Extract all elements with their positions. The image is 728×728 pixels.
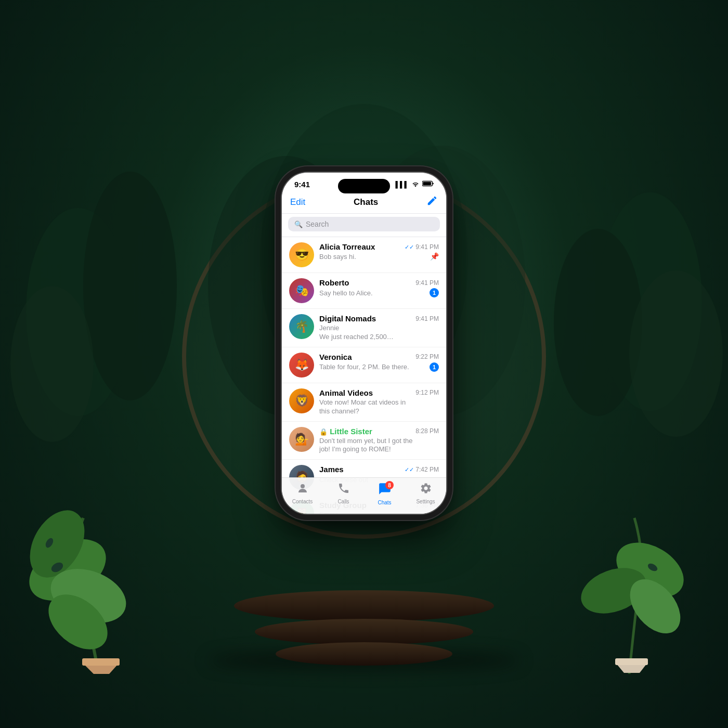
chat-top-digital: Digital Nomads 9:41 PM (319, 314, 439, 323)
chat-top-roberto: Roberto 9:41 PM (319, 278, 439, 287)
podium-tier-3 (276, 642, 452, 666)
svg-point-17 (629, 270, 723, 437)
search-bar: 🔍 Search (282, 214, 446, 237)
tab-settings[interactable]: Settings (405, 482, 446, 505)
compose-button[interactable] (426, 195, 438, 209)
chat-content-digital: Digital Nomads 9:41 PM JennieWe just rea… (319, 314, 439, 342)
chat-time-james: ✓✓ 7:42 PM (405, 466, 439, 473)
avatar-alicia: 😎 (289, 242, 314, 267)
chat-top-animal: Animal Videos 9:12 PM (319, 388, 439, 397)
podium-tier-2 (255, 619, 473, 645)
chat-top-alicia: Alicia Torreaux ✓✓ 9:41 PM (319, 242, 439, 251)
chat-preview-digital: JennieWe just reached 2,500 members! WOO… (319, 324, 418, 342)
tab-chats[interactable]: 8 Chats (364, 482, 405, 505)
badge-veronica: 1 (430, 362, 439, 372)
chat-item-roberto[interactable]: 🎭 Roberto 9:41 PM Say hello to Alice. 1 (282, 273, 446, 309)
avatar-veronica: 🦊 (289, 353, 314, 378)
tab-label-chats: Chats (378, 500, 391, 505)
svg-point-13 (83, 172, 177, 400)
wifi-icon (411, 180, 420, 188)
chat-name-james: James (319, 465, 344, 474)
chat-list: 😎 Alicia Torreaux ✓✓ 9:41 PM Bob says hi… (282, 237, 446, 515)
signal-icon: ▌▌▌ (395, 181, 409, 188)
chat-item-alicia[interactable]: 😎 Alicia Torreaux ✓✓ 9:41 PM Bob says hi… (282, 237, 446, 273)
svg-point-12 (26, 208, 130, 416)
contacts-icon (296, 482, 309, 498)
status-icons: ▌▌▌ (395, 180, 434, 188)
tab-label-calls: Calls (337, 499, 349, 504)
chat-preview-sister: Don't tell mom yet, but I got the job! I… (319, 437, 418, 454)
svg-rect-22 (423, 182, 431, 185)
badge-roberto: 1 (430, 288, 439, 297)
dynamic-island (338, 179, 390, 193)
svg-rect-6 (82, 658, 120, 666)
chat-top-sister: 🔒 Little Sister 8:28 PM (319, 427, 439, 436)
chat-preview-animal: Vote now! Moar cat videos in this channe… (319, 398, 418, 416)
edit-button[interactable]: Edit (290, 197, 305, 207)
plant-left (26, 466, 172, 676)
chat-time-roberto: 9:41 PM (415, 279, 439, 287)
phone-container: 9:41 ▌▌▌ Edit Chats 🔍 Search (281, 172, 447, 515)
tab-bar: Contacts Calls 8 Chats Settings (282, 477, 446, 514)
chat-content-animal: Animal Videos 9:12 PM Vote now! Moar cat… (319, 388, 439, 416)
battery-icon (422, 180, 434, 188)
chat-name-animal: Animal Videos (319, 388, 373, 397)
calls-icon (337, 482, 350, 498)
chat-preview-roberto: Say hello to Alice. (319, 289, 373, 297)
chat-name-veronica: Veronica (319, 353, 352, 361)
chat-item-digital[interactable]: 🌴 Digital Nomads 9:41 PM JennieWe just r… (282, 309, 446, 347)
chat-item-animal[interactable]: 🦁 Animal Videos 9:12 PM Vote now! Moar c… (282, 383, 446, 422)
chat-time-sister: 8:28 PM (415, 427, 439, 435)
chat-name-roberto: Roberto (319, 278, 349, 287)
svg-point-23 (301, 484, 305, 488)
pin-icon-alicia: 📌 (430, 252, 439, 261)
chat-time-animal: 9:12 PM (415, 389, 439, 396)
search-input[interactable]: 🔍 Search (288, 217, 440, 231)
settings-icon (420, 482, 432, 498)
chat-content-sister: 🔒 Little Sister 8:28 PM Don't tell mom y… (319, 427, 439, 454)
plant-right (572, 476, 686, 676)
svg-point-15 (598, 192, 702, 411)
chat-time-alicia: ✓✓ 9:41 PM (405, 243, 439, 251)
podium-tier-1 (234, 590, 494, 621)
avatar-digital: 🌴 (289, 314, 314, 339)
iphone: 9:41 ▌▌▌ Edit Chats 🔍 Search (281, 172, 447, 515)
svg-point-16 (554, 229, 642, 416)
tab-calls[interactable]: Calls (323, 482, 364, 505)
svg-rect-11 (615, 658, 648, 665)
search-placeholder: Search (306, 220, 329, 228)
avatar-roberto: 🎭 (289, 278, 314, 303)
chat-name-alicia: Alicia Torreaux (319, 242, 375, 251)
chat-item-veronica[interactable]: 🦊 Veronica 9:22 PM Table for four, 2 PM.… (282, 347, 446, 383)
search-icon: 🔍 (294, 220, 303, 228)
avatar-sister: 💁 (289, 427, 314, 452)
chat-name-sister: 🔒 Little Sister (319, 427, 372, 436)
chat-time-veronica: 9:22 PM (415, 353, 439, 360)
chat-preview-veronica: Table for four, 2 PM. Be there. (319, 363, 409, 371)
nav-header: Edit Chats (282, 193, 446, 214)
chat-content-alicia: Alicia Torreaux ✓✓ 9:41 PM Bob says hi. … (319, 242, 439, 261)
tab-label-contacts: Contacts (292, 499, 313, 504)
tab-contacts[interactable]: Contacts (282, 482, 323, 505)
avatar-animal: 🦁 (289, 388, 314, 413)
chat-content-roberto: Roberto 9:41 PM Say hello to Alice. 1 (319, 278, 439, 297)
tab-label-settings: Settings (416, 499, 435, 504)
chat-top-james: James ✓✓ 7:42 PM (319, 465, 439, 474)
chat-top-veronica: Veronica 9:22 PM (319, 353, 439, 361)
chat-name-digital: Digital Nomads (319, 314, 376, 323)
chat-content-veronica: Veronica 9:22 PM Table for four, 2 PM. B… (319, 353, 439, 372)
podium (234, 590, 494, 666)
chat-time-digital: 9:41 PM (415, 315, 439, 322)
chats-title: Chats (354, 197, 378, 207)
chats-badge: 8 (385, 481, 394, 489)
svg-point-14 (10, 286, 94, 442)
chat-preview-alicia: Bob says hi. (319, 253, 356, 261)
chat-item-sister[interactable]: 💁 🔒 Little Sister 8:28 PM Don't tell mom… (282, 422, 446, 460)
status-time: 9:41 (294, 180, 310, 189)
